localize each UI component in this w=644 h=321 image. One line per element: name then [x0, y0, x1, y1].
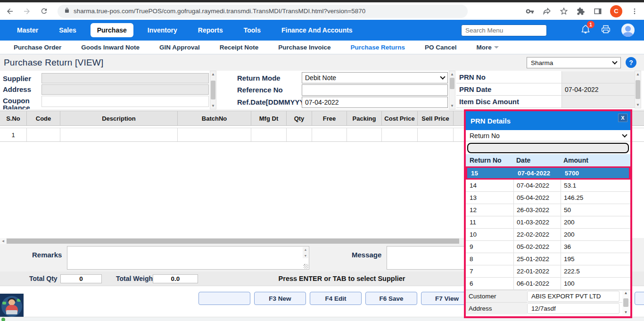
tab-receipt-note[interactable]: Receipt Note [213, 41, 265, 53]
menu-purchase[interactable]: Purchase [91, 23, 133, 37]
print-icon[interactable] [601, 25, 611, 36]
scroll-up-icon[interactable]: ▲ [636, 72, 640, 76]
total-weight-input[interactable] [153, 274, 198, 283]
prn-row[interactable]: 8 25-01-2022 195 [466, 253, 630, 265]
menu-reports[interactable]: Reports [191, 23, 230, 37]
remarks-textarea[interactable]: ▲▼ [67, 246, 309, 270]
menu-sales[interactable]: Sales [52, 23, 83, 37]
col-code[interactable]: Code [27, 111, 60, 125]
menu-inventory[interactable]: Inventory [141, 23, 184, 37]
textarea-spinner[interactable]: ▲▼ [303, 247, 308, 258]
prn-search-input[interactable] [467, 143, 629, 153]
help-icon[interactable]: ? [626, 57, 636, 68]
tab-goods-inward-note[interactable]: Goods Inward Note [74, 41, 146, 53]
scroll-left-icon[interactable]: ◄ [0, 238, 6, 244]
reference-no-input[interactable] [302, 84, 448, 96]
tab-purchase-order[interactable]: Purchase Order [7, 41, 68, 53]
url-text[interactable]: sharma.true-pos.com/TruePOS/com.gofrugal… [74, 8, 365, 15]
scroll-up-icon[interactable]: ▲ [450, 72, 454, 76]
back-icon[interactable] [5, 6, 15, 16]
refresh-icon[interactable] [39, 6, 49, 16]
col-packing[interactable]: Packing [347, 111, 382, 125]
tab-purchase-returns[interactable]: Purchase Returns [344, 41, 412, 53]
cell-sno[interactable]: 1 [0, 128, 27, 141]
scroll-down-icon[interactable]: ▼ [211, 104, 215, 108]
prn-row[interactable]: 11 01-03-2022 200 [466, 216, 630, 229]
prn-row[interactable]: 13 05-04-2022 146.25 [466, 192, 630, 204]
address-input[interactable] [41, 84, 209, 95]
extensions-icon[interactable] [576, 7, 586, 16]
prn-row[interactable]: 9 05-02-2022 36 [466, 241, 630, 253]
return-mode-select[interactable]: Debit Note [302, 72, 448, 83]
ref-date-input[interactable]: 07-04-2022 [302, 97, 448, 108]
support-logo[interactable] [0, 294, 24, 319]
company-select[interactable]: Sharma [527, 57, 621, 68]
menu-finance-and-accounts[interactable]: Finance And Accounts [275, 23, 359, 37]
tab-po-cancel[interactable]: PO Cancel [418, 41, 463, 53]
tab-gin-approval[interactable]: GIN Approval [153, 41, 206, 53]
col-sell-price[interactable]: Sell Price [418, 111, 454, 125]
user-avatar[interactable] [621, 24, 635, 37]
close-icon[interactable]: X [618, 114, 627, 122]
popup-scrollbar[interactable]: ▲ ▼ [622, 290, 629, 315]
cell-qty[interactable] [287, 128, 312, 141]
scroll-down-icon[interactable]: ▼ [636, 103, 640, 107]
cell-packing[interactable] [347, 128, 382, 141]
col-batchno[interactable]: BatchNo [178, 111, 251, 125]
f6-save-button[interactable]: F6 Save [365, 292, 417, 305]
search-menu-input[interactable] [461, 25, 547, 36]
col-sno[interactable]: S.No [0, 111, 27, 125]
password-key-icon[interactable] [525, 7, 535, 16]
url-bar[interactable]: sharma.true-pos.com/TruePOS/com.gofrugal… [58, 5, 468, 18]
customer-value[interactable]: ABIS EXPORT PVT LTD [527, 291, 619, 302]
supplier-input[interactable] [41, 73, 209, 83]
horizontal-scroll-thumb[interactable] [7, 239, 459, 244]
prn-row[interactable]: 14 07-04-2022 53.1 [466, 180, 630, 192]
menu-tools[interactable]: Tools [237, 23, 267, 37]
prn-popup-header[interactable]: PRN Details X [466, 111, 630, 130]
col-description[interactable]: Description [60, 111, 178, 125]
total-qty-input[interactable] [60, 274, 102, 283]
side-panel-icon[interactable] [593, 7, 603, 16]
prn-row[interactable]: 12 26-03-2022 50 [466, 204, 630, 216]
prn-row-selected[interactable]: 15 07-04-2022 5700 [466, 166, 630, 180]
bookmark-star-icon[interactable] [559, 7, 569, 16]
browser-profile-avatar[interactable]: C [610, 5, 622, 17]
prn-row[interactable]: 6 06-01-2022 100 [466, 278, 630, 290]
cell-free[interactable] [312, 128, 347, 141]
scroll-down-icon[interactable]: ▼ [624, 310, 628, 314]
blank-button[interactable] [198, 292, 250, 305]
message-textarea[interactable] [387, 246, 467, 270]
coupon-balance-input[interactable] [41, 96, 209, 107]
f4-edit-button[interactable]: F4 Edit [310, 292, 362, 305]
share-icon[interactable] [542, 7, 552, 16]
forward-icon[interactable] [22, 6, 32, 16]
tab-purchase-invoice[interactable]: Purchase Invoice [272, 41, 337, 53]
cell-code[interactable] [27, 128, 60, 141]
right-scrollbar[interactable]: ▲▼ [635, 71, 641, 108]
prn-row[interactable]: 7 22-01-2022 222.5 [466, 265, 630, 278]
cell-description[interactable] [60, 128, 178, 141]
col-cost-price[interactable]: Cost Price [382, 111, 418, 125]
col-mfg-dt[interactable]: Mfg Dt [251, 111, 287, 125]
cell-sell-price[interactable] [418, 128, 454, 141]
prn-filter-select[interactable]: Return No [466, 130, 630, 141]
col-free[interactable]: Free [312, 111, 347, 125]
prn-row[interactable]: 10 22-02-2022 200 [466, 229, 630, 241]
address-value[interactable]: 12/7asdf [527, 303, 619, 314]
cell-batchno[interactable] [178, 128, 251, 141]
tab-more[interactable]: More [470, 41, 505, 53]
notification-bell-icon[interactable]: 1 [581, 24, 590, 36]
scroll-down-icon[interactable]: ▼ [450, 104, 454, 108]
middle-scrollbar[interactable]: ▲▼ [449, 71, 455, 109]
scroll-up-icon[interactable]: ▲ [211, 72, 215, 76]
resize-grip[interactable] [304, 264, 308, 269]
partial-button-fragment[interactable] [635, 292, 644, 305]
menu-master[interactable]: Master [10, 23, 45, 37]
cell-mfg-dt[interactable] [251, 128, 287, 141]
left-scrollbar[interactable]: ▲▼ [210, 71, 216, 109]
cell-cost-price[interactable] [382, 128, 418, 141]
f3-new-button[interactable]: F3 New [254, 292, 306, 305]
col-qty[interactable]: Qty [287, 111, 312, 125]
menu-kebab-icon[interactable] [630, 7, 639, 16]
